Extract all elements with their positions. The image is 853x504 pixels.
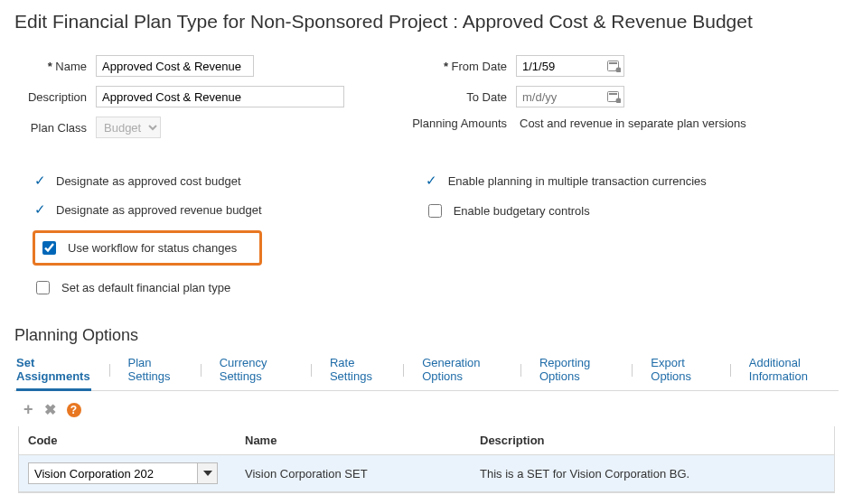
tab-plan-settings[interactable]: Plan Settings <box>128 350 183 390</box>
tabs-bar: Set Assignments Plan Settings Currency S… <box>14 350 839 391</box>
tab-generation-options[interactable]: Generation Options <box>422 350 502 390</box>
description-label: Description <box>14 90 96 104</box>
help-icon[interactable]: ? <box>67 403 81 417</box>
tab-set-assignments[interactable]: Set Assignments <box>16 350 91 391</box>
designate-revenue-label: Designate as approved revenue budget <box>56 203 262 217</box>
code-input[interactable] <box>29 467 197 481</box>
delete-icon[interactable]: ✖ <box>44 401 56 418</box>
designate-cost-check: ✓ Designate as approved cost budget <box>33 173 262 189</box>
add-icon[interactable]: + <box>23 400 33 419</box>
planning-amounts-label: Planning Amounts <box>398 117 516 130</box>
col-description: Description <box>471 426 834 455</box>
dropdown-button[interactable] <box>197 463 217 483</box>
col-name: Name <box>236 426 471 455</box>
enable-budgetary-checkbox[interactable] <box>428 204 442 218</box>
tab-rate-settings[interactable]: Rate Settings <box>330 350 386 390</box>
row-name: Vision Corporation SET <box>236 455 471 492</box>
code-combobox[interactable] <box>28 462 218 484</box>
use-workflow-label: Use workflow for status changes <box>68 241 237 255</box>
tab-additional-information[interactable]: Additional Information <box>749 350 839 390</box>
check-icon: ✓ <box>33 173 47 189</box>
set-default-label: Set as default financial plan type <box>61 281 230 294</box>
enable-budgetary-label: Enable budgetary controls <box>454 204 590 218</box>
set-default-checkbox[interactable] <box>36 281 50 294</box>
to-date-input[interactable] <box>516 86 624 107</box>
name-input[interactable] <box>96 55 254 77</box>
description-input[interactable] <box>96 86 344 107</box>
tab-reporting-options[interactable]: Reporting Options <box>539 350 614 390</box>
set-assignments-table: Code Name Description Vision Corporation… <box>19 426 834 492</box>
tab-export-options[interactable]: Export Options <box>651 350 712 390</box>
name-label: * Name <box>14 60 96 73</box>
from-date-label: * From Date <box>398 60 516 73</box>
page-title: Edit Financial Plan Type for Non-Sponsor… <box>14 11 839 33</box>
table-row[interactable]: Vision Corporation SET This is a SET for… <box>19 455 834 492</box>
plan-class-label: Plan Class <box>14 121 96 135</box>
to-date-label: To Date <box>398 90 516 104</box>
planning-options-heading: Planning Options <box>14 326 839 345</box>
check-icon: ✓ <box>33 201 47 218</box>
use-workflow-checkbox[interactable] <box>42 241 56 255</box>
tab-currency-settings[interactable]: Currency Settings <box>220 350 293 390</box>
enable-multi-label: Enable planning in multiple transaction … <box>448 174 707 188</box>
from-date-input[interactable] <box>516 55 624 77</box>
designate-cost-label: Designate as approved cost budget <box>56 174 241 188</box>
row-description: This is a SET for Vision Corporation BG. <box>471 455 834 492</box>
enable-multi-check: ✓ Enable planning in multiple transactio… <box>425 173 707 189</box>
workflow-highlight: Use workflow for status changes <box>33 230 262 266</box>
col-code: Code <box>19 426 236 455</box>
check-icon: ✓ <box>425 173 439 189</box>
designate-revenue-check: ✓ Designate as approved revenue budget <box>33 201 262 218</box>
planning-amounts-value: Cost and revenue in separate plan versio… <box>516 117 746 130</box>
plan-class-select: Budget <box>96 117 161 138</box>
